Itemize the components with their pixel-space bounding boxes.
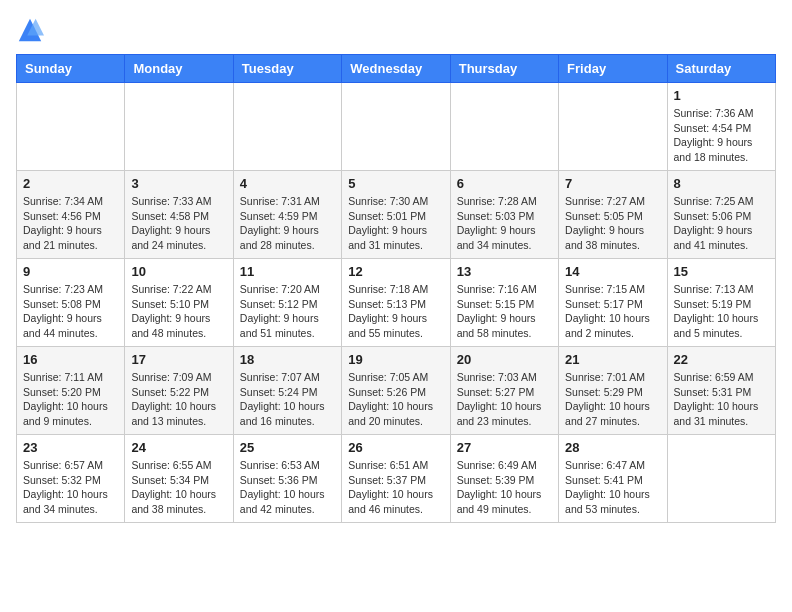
calendar-cell: 5Sunrise: 7:30 AM Sunset: 5:01 PM Daylig… [342, 171, 450, 259]
day-info: Sunrise: 6:57 AM Sunset: 5:32 PM Dayligh… [23, 458, 118, 517]
calendar-cell [233, 83, 341, 171]
day-number: 6 [457, 176, 552, 191]
day-number: 19 [348, 352, 443, 367]
logo-icon [16, 16, 44, 44]
day-number: 3 [131, 176, 226, 191]
day-number: 14 [565, 264, 660, 279]
day-info: Sunrise: 7:31 AM Sunset: 4:59 PM Dayligh… [240, 194, 335, 253]
calendar-cell: 15Sunrise: 7:13 AM Sunset: 5:19 PM Dayli… [667, 259, 775, 347]
day-info: Sunrise: 7:28 AM Sunset: 5:03 PM Dayligh… [457, 194, 552, 253]
week-row-4: 16Sunrise: 7:11 AM Sunset: 5:20 PM Dayli… [17, 347, 776, 435]
day-number: 24 [131, 440, 226, 455]
day-info: Sunrise: 7:27 AM Sunset: 5:05 PM Dayligh… [565, 194, 660, 253]
day-number: 4 [240, 176, 335, 191]
day-number: 28 [565, 440, 660, 455]
day-number: 22 [674, 352, 769, 367]
calendar-cell: 26Sunrise: 6:51 AM Sunset: 5:37 PM Dayli… [342, 435, 450, 523]
week-row-3: 9Sunrise: 7:23 AM Sunset: 5:08 PM Daylig… [17, 259, 776, 347]
day-number: 25 [240, 440, 335, 455]
day-info: Sunrise: 7:16 AM Sunset: 5:15 PM Dayligh… [457, 282, 552, 341]
day-info: Sunrise: 6:55 AM Sunset: 5:34 PM Dayligh… [131, 458, 226, 517]
day-number: 12 [348, 264, 443, 279]
calendar-cell: 16Sunrise: 7:11 AM Sunset: 5:20 PM Dayli… [17, 347, 125, 435]
calendar-cell: 1Sunrise: 7:36 AM Sunset: 4:54 PM Daylig… [667, 83, 775, 171]
day-info: Sunrise: 7:13 AM Sunset: 5:19 PM Dayligh… [674, 282, 769, 341]
week-row-2: 2Sunrise: 7:34 AM Sunset: 4:56 PM Daylig… [17, 171, 776, 259]
calendar-body: 1Sunrise: 7:36 AM Sunset: 4:54 PM Daylig… [17, 83, 776, 523]
calendar-cell: 28Sunrise: 6:47 AM Sunset: 5:41 PM Dayli… [559, 435, 667, 523]
week-row-5: 23Sunrise: 6:57 AM Sunset: 5:32 PM Dayli… [17, 435, 776, 523]
calendar-cell: 20Sunrise: 7:03 AM Sunset: 5:27 PM Dayli… [450, 347, 558, 435]
calendar-cell [17, 83, 125, 171]
day-number: 27 [457, 440, 552, 455]
calendar-header: SundayMondayTuesdayWednesdayThursdayFrid… [17, 55, 776, 83]
calendar-table: SundayMondayTuesdayWednesdayThursdayFrid… [16, 54, 776, 523]
day-number: 8 [674, 176, 769, 191]
calendar-cell: 22Sunrise: 6:59 AM Sunset: 5:31 PM Dayli… [667, 347, 775, 435]
day-info: Sunrise: 7:09 AM Sunset: 5:22 PM Dayligh… [131, 370, 226, 429]
calendar-cell: 24Sunrise: 6:55 AM Sunset: 5:34 PM Dayli… [125, 435, 233, 523]
day-headers-row: SundayMondayTuesdayWednesdayThursdayFrid… [17, 55, 776, 83]
calendar-cell: 3Sunrise: 7:33 AM Sunset: 4:58 PM Daylig… [125, 171, 233, 259]
day-info: Sunrise: 7:05 AM Sunset: 5:26 PM Dayligh… [348, 370, 443, 429]
day-info: Sunrise: 7:34 AM Sunset: 4:56 PM Dayligh… [23, 194, 118, 253]
day-info: Sunrise: 6:49 AM Sunset: 5:39 PM Dayligh… [457, 458, 552, 517]
day-info: Sunrise: 7:03 AM Sunset: 5:27 PM Dayligh… [457, 370, 552, 429]
day-header-tuesday: Tuesday [233, 55, 341, 83]
calendar-cell: 4Sunrise: 7:31 AM Sunset: 4:59 PM Daylig… [233, 171, 341, 259]
calendar-cell: 11Sunrise: 7:20 AM Sunset: 5:12 PM Dayli… [233, 259, 341, 347]
calendar-cell: 23Sunrise: 6:57 AM Sunset: 5:32 PM Dayli… [17, 435, 125, 523]
day-number: 17 [131, 352, 226, 367]
calendar-cell: 2Sunrise: 7:34 AM Sunset: 4:56 PM Daylig… [17, 171, 125, 259]
day-header-thursday: Thursday [450, 55, 558, 83]
day-info: Sunrise: 7:20 AM Sunset: 5:12 PM Dayligh… [240, 282, 335, 341]
day-info: Sunrise: 7:11 AM Sunset: 5:20 PM Dayligh… [23, 370, 118, 429]
day-number: 5 [348, 176, 443, 191]
calendar-cell: 21Sunrise: 7:01 AM Sunset: 5:29 PM Dayli… [559, 347, 667, 435]
calendar-cell: 12Sunrise: 7:18 AM Sunset: 5:13 PM Dayli… [342, 259, 450, 347]
day-number: 26 [348, 440, 443, 455]
calendar-cell: 14Sunrise: 7:15 AM Sunset: 5:17 PM Dayli… [559, 259, 667, 347]
day-info: Sunrise: 7:33 AM Sunset: 4:58 PM Dayligh… [131, 194, 226, 253]
day-info: Sunrise: 7:22 AM Sunset: 5:10 PM Dayligh… [131, 282, 226, 341]
day-number: 9 [23, 264, 118, 279]
day-info: Sunrise: 7:25 AM Sunset: 5:06 PM Dayligh… [674, 194, 769, 253]
day-number: 16 [23, 352, 118, 367]
day-info: Sunrise: 6:53 AM Sunset: 5:36 PM Dayligh… [240, 458, 335, 517]
day-number: 13 [457, 264, 552, 279]
calendar-cell: 9Sunrise: 7:23 AM Sunset: 5:08 PM Daylig… [17, 259, 125, 347]
day-number: 18 [240, 352, 335, 367]
week-row-1: 1Sunrise: 7:36 AM Sunset: 4:54 PM Daylig… [17, 83, 776, 171]
logo [16, 16, 48, 44]
day-number: 15 [674, 264, 769, 279]
day-info: Sunrise: 7:23 AM Sunset: 5:08 PM Dayligh… [23, 282, 118, 341]
day-info: Sunrise: 6:47 AM Sunset: 5:41 PM Dayligh… [565, 458, 660, 517]
calendar-cell [559, 83, 667, 171]
page-header [16, 16, 776, 44]
day-number: 11 [240, 264, 335, 279]
day-header-saturday: Saturday [667, 55, 775, 83]
day-number: 1 [674, 88, 769, 103]
calendar-cell [450, 83, 558, 171]
calendar-cell: 18Sunrise: 7:07 AM Sunset: 5:24 PM Dayli… [233, 347, 341, 435]
day-info: Sunrise: 7:07 AM Sunset: 5:24 PM Dayligh… [240, 370, 335, 429]
calendar-cell [125, 83, 233, 171]
day-info: Sunrise: 7:15 AM Sunset: 5:17 PM Dayligh… [565, 282, 660, 341]
day-info: Sunrise: 7:36 AM Sunset: 4:54 PM Dayligh… [674, 106, 769, 165]
calendar-cell [667, 435, 775, 523]
calendar-cell: 17Sunrise: 7:09 AM Sunset: 5:22 PM Dayli… [125, 347, 233, 435]
day-info: Sunrise: 6:51 AM Sunset: 5:37 PM Dayligh… [348, 458, 443, 517]
calendar-cell: 6Sunrise: 7:28 AM Sunset: 5:03 PM Daylig… [450, 171, 558, 259]
calendar-cell: 7Sunrise: 7:27 AM Sunset: 5:05 PM Daylig… [559, 171, 667, 259]
day-info: Sunrise: 7:30 AM Sunset: 5:01 PM Dayligh… [348, 194, 443, 253]
day-header-wednesday: Wednesday [342, 55, 450, 83]
day-info: Sunrise: 7:01 AM Sunset: 5:29 PM Dayligh… [565, 370, 660, 429]
day-header-monday: Monday [125, 55, 233, 83]
calendar-cell: 10Sunrise: 7:22 AM Sunset: 5:10 PM Dayli… [125, 259, 233, 347]
day-number: 21 [565, 352, 660, 367]
day-number: 20 [457, 352, 552, 367]
day-number: 2 [23, 176, 118, 191]
day-number: 10 [131, 264, 226, 279]
calendar-cell: 27Sunrise: 6:49 AM Sunset: 5:39 PM Dayli… [450, 435, 558, 523]
day-number: 23 [23, 440, 118, 455]
